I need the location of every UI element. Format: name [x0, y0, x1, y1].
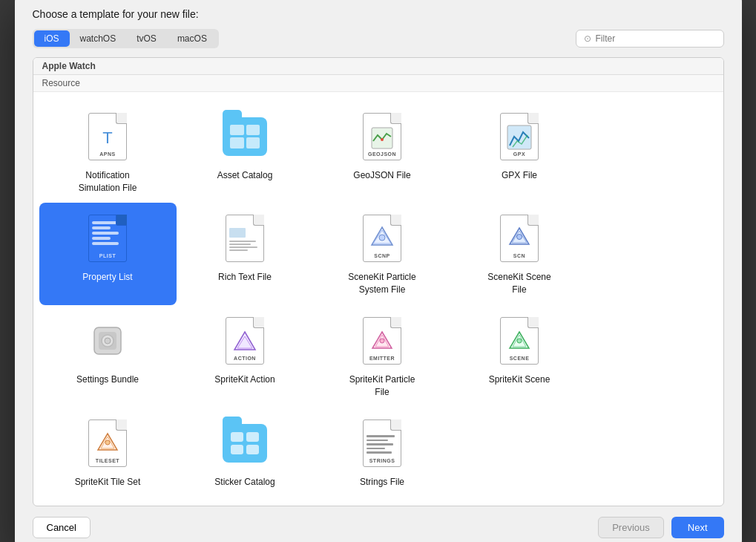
label-property-list: Property List	[82, 271, 132, 284]
dialog-header: Choose a template for your new file: iOS…	[15, 0, 742, 57]
svg-marker-13	[234, 332, 255, 350]
label-spritekit-particle: SpriteKit ParticleFile	[349, 373, 415, 399]
label-spritekit-tileset: SpriteKit Tile Set	[75, 476, 141, 489]
icon-spritekit-action: ACTION	[221, 314, 269, 368]
label-settings-bundle: Settings Bundle	[76, 373, 139, 386]
label-geojson: GeoJSON File	[353, 169, 410, 182]
dialog: Choose a template for your new file: iOS…	[15, 0, 742, 542]
tabs-row: iOS watchOS tvOS macOS ⊙	[33, 29, 724, 48]
item-spritekit-action[interactable]: ACTION SpriteKit Action	[177, 305, 314, 408]
svg-point-20	[517, 339, 522, 343]
next-button[interactable]: Next	[671, 517, 724, 538]
item-spritekit-particle[interactable]: EMITTER SpriteKit ParticleFile	[314, 305, 451, 408]
item-geojson[interactable]: GEOJSON GeoJSON File	[314, 101, 451, 203]
item-scenekit-particle[interactable]: SCNP SceneKit ParticleSystem File	[314, 203, 451, 305]
tabs: iOS watchOS tvOS macOS	[33, 29, 219, 48]
icon-property-list: PLIST	[84, 212, 131, 265]
svg-point-12	[105, 338, 111, 344]
item-gpx[interactable]: GPX GPX File	[451, 101, 588, 203]
item-asset-catalog[interactable]: Asset Catalog	[177, 101, 314, 203]
items-grid: T APNS NotificationSimulation File	[33, 92, 723, 506]
cancel-button[interactable]: Cancel	[33, 517, 91, 538]
dialog-title: Choose a template for your new file:	[33, 8, 724, 20]
filter-box: ⊙	[576, 30, 724, 48]
label-spritekit-scene: SpriteKit Scene	[489, 373, 550, 386]
item-scenekit-scene[interactable]: SCN SceneKit SceneFile	[451, 203, 588, 305]
svg-point-8	[517, 234, 522, 239]
item-spritekit-tileset[interactable]: TILESET SpriteKit Tile Set	[39, 408, 177, 497]
tab-macos[interactable]: macOS	[167, 30, 217, 47]
item-strings-file[interactable]: STRINGS Strings File	[314, 408, 451, 497]
label-notification-sim: NotificationSimulation File	[79, 169, 137, 195]
item-settings-bundle[interactable]: Settings Bundle	[39, 305, 177, 408]
icon-spritekit-tileset: TILESET	[84, 417, 131, 470]
icon-spritekit-particle: EMITTER	[358, 314, 406, 368]
filter-icon: ⊙	[584, 33, 591, 44]
svg-point-5	[379, 235, 385, 241]
previous-button[interactable]: Previous	[598, 517, 664, 538]
content-area: Apple Watch Resource T APNS Notification…	[33, 57, 724, 507]
label-scenekit-scene: SceneKit SceneFile	[487, 271, 550, 296]
label-asset-catalog: Asset Catalog	[217, 169, 273, 182]
label-strings-file: Strings File	[360, 476, 404, 489]
svg-point-17	[380, 339, 384, 343]
label-rich-text: Rich Text File	[218, 271, 272, 284]
icon-geojson: GEOJSON	[358, 110, 406, 163]
tab-watchos[interactable]: watchOS	[70, 30, 127, 47]
svg-point-23	[105, 440, 110, 445]
icon-settings-bundle	[84, 314, 131, 368]
footer-right: Previous Next	[598, 517, 723, 538]
item-property-list[interactable]: PLIST Property List	[39, 203, 177, 305]
label-gpx: GPX File	[502, 169, 537, 182]
label-spritekit-action: SpriteKit Action	[214, 373, 275, 386]
icon-scenekit-scene: SCN	[496, 212, 543, 265]
filter-input[interactable]	[596, 33, 716, 44]
label-sticker-catalog: Sticker Catalog	[214, 476, 275, 489]
item-rich-text[interactable]: Rich Text File	[177, 203, 314, 305]
item-sticker-catalog[interactable]: Sticker Catalog	[177, 408, 314, 497]
item-spritekit-scene[interactable]: SCENE SpriteKit Scene	[451, 305, 588, 408]
icon-sticker-catalog	[221, 417, 269, 470]
icon-asset-catalog	[221, 110, 269, 163]
tab-tvos[interactable]: tvOS	[126, 30, 167, 47]
icon-rich-text	[221, 212, 269, 265]
icon-notification-sim: T APNS	[84, 110, 131, 163]
item-notification-sim[interactable]: T APNS NotificationSimulation File	[39, 101, 177, 203]
icon-strings-file: STRINGS	[358, 417, 406, 470]
subsection-header: Resource	[33, 75, 723, 92]
dialog-footer: Cancel Previous Next	[15, 506, 742, 542]
icon-gpx: GPX	[496, 110, 543, 163]
label-scenekit-particle: SceneKit ParticleSystem File	[348, 271, 415, 296]
icon-scenekit-particle: SCNP	[358, 212, 406, 265]
tab-ios[interactable]: iOS	[34, 30, 70, 47]
svg-point-1	[381, 138, 384, 141]
section-header: Apple Watch	[33, 58, 723, 75]
icon-spritekit-scene: SCENE	[496, 314, 543, 368]
